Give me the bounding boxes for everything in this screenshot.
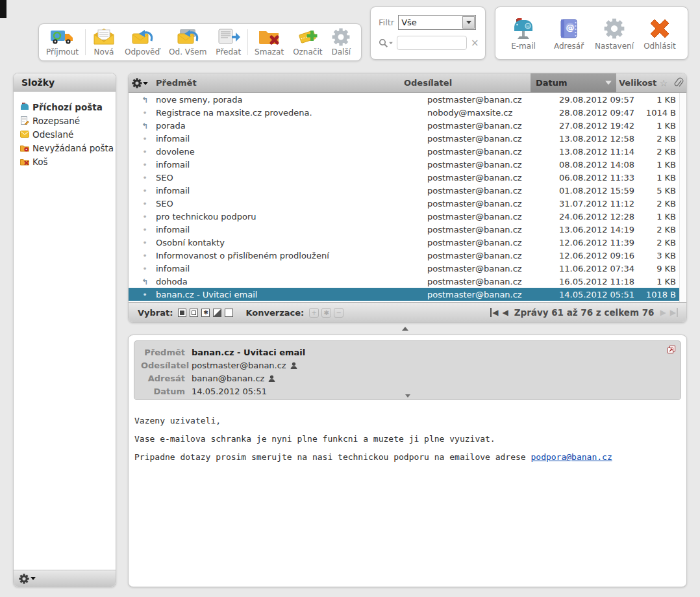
collapse-headers-icon[interactable] — [405, 394, 410, 398]
message-subject: Informovanost o přislíbeném prodloužení — [151, 251, 427, 260]
list-options-button[interactable] — [129, 78, 151, 88]
table-row[interactable]: dovolene postmaster@banan.cz 13.08.2012 … — [129, 145, 680, 158]
folder-label: Rozepsané — [32, 116, 80, 126]
button-label: Předat — [216, 47, 241, 57]
message-sender: postmaster@banan.cz — [427, 290, 554, 299]
message-size: 1014 B — [640, 108, 680, 118]
sidebar-item-junk[interactable]: Nevyžádaná pošta — [19, 141, 112, 155]
message-date: 14.05.2012 05:51 — [554, 290, 640, 299]
search-input[interactable] — [397, 36, 467, 50]
tab-addressbook[interactable]: @ Adresář — [547, 16, 591, 51]
support-email-link[interactable]: podpora@banan.cz — [531, 452, 612, 462]
next-page-button[interactable]: ▶ — [660, 308, 666, 317]
forward-button[interactable]: Předat — [211, 25, 245, 59]
select-unread-button[interactable]: ✱ — [201, 309, 210, 317]
splitter-handle[interactable] — [402, 327, 408, 331]
table-row[interactable]: Osobní kontakty postmaster@banan.cz 12.0… — [129, 236, 680, 249]
column-header-size[interactable]: Velikost — [616, 78, 656, 88]
reply-icon — [131, 27, 154, 46]
reply-all-button[interactable]: Od. Všem — [164, 25, 211, 59]
filter-select[interactable]: Vše — [398, 15, 476, 30]
first-page-button[interactable]: ◀ — [490, 308, 498, 317]
table-row[interactable]: SEO postmaster@banan.cz 06.08.2012 11:33… — [129, 171, 680, 184]
clear-search-icon[interactable]: × — [471, 37, 479, 49]
open-in-new-window-icon[interactable] — [667, 345, 676, 356]
table-row[interactable]: pro technickou podporu postmaster@banan.… — [129, 210, 680, 223]
new-message-button[interactable]: Nová — [88, 25, 120, 59]
prev-page-button[interactable]: ◀ — [502, 308, 508, 317]
message-sender: nobody@maxsite.cz — [427, 108, 554, 118]
add-contact-button[interactable] — [268, 375, 275, 382]
table-row[interactable]: Registrace na maxsite.cz provedena. nobo… — [129, 106, 680, 119]
message-subject: dovolene — [151, 147, 427, 157]
tab-settings[interactable]: Nastavení — [592, 16, 636, 51]
gear-icon — [604, 16, 625, 41]
subject-label: Předmět — [141, 348, 185, 357]
table-row[interactable]: SEO postmaster@banan.cz 31.07.2012 11:12… — [129, 197, 680, 210]
status-icon — [140, 121, 149, 131]
message-date: 12.06.2012 09:16 — [554, 251, 640, 260]
logout-button[interactable]: Odhlásit — [638, 16, 682, 51]
message-body: Vazeny uzivateli, Vase e-mailova schrank… — [129, 405, 686, 462]
select-all-button[interactable] — [178, 309, 186, 317]
select-none-button[interactable] — [225, 309, 233, 317]
message-subject: nove smeny, porada — [151, 95, 427, 105]
status-icon — [140, 277, 149, 286]
select-page-button[interactable] — [190, 309, 198, 317]
delete-button[interactable]: Smazat — [250, 25, 288, 59]
message-sender: postmaster@banan.cz — [427, 238, 554, 248]
column-header-subject[interactable]: Předmět — [151, 78, 404, 88]
table-row[interactable]: dohoda postmaster@banan.cz 16.05.2012 11… — [129, 275, 680, 288]
table-row[interactable]: nove smeny, porada postmaster@banan.cz 2… — [129, 93, 680, 106]
folder-sidebar: Složky Příchozí pošta Rozepsané Odeslané — [13, 73, 116, 587]
list-scrollbar[interactable] — [679, 93, 686, 302]
add-contact-button[interactable] — [290, 362, 297, 369]
tab-email[interactable]: @ E-mail — [501, 16, 545, 51]
mark-button[interactable]: Označit — [288, 25, 327, 59]
select-invert-button[interactable] — [213, 309, 221, 317]
tab-label: Odhlásit — [644, 42, 676, 51]
search-scope-button[interactable] — [379, 38, 394, 48]
preview-subject: banan.cz - Uvitaci email — [192, 348, 305, 357]
table-row[interactable]: porada postmaster@banan.cz 27.08.2012 19… — [129, 119, 680, 132]
table-row[interactable]: infomail postmaster@banan.cz 08.08.2012 … — [129, 158, 680, 171]
tab-label: E-mail — [511, 42, 536, 51]
table-row[interactable]: infomail postmaster@banan.cz 11.06.2012 … — [129, 262, 680, 275]
conversation-expand-icon[interactable]: + — [309, 308, 319, 318]
column-header-attachment[interactable] — [671, 77, 686, 88]
person-icon — [268, 375, 275, 382]
status-icon — [140, 186, 149, 196]
table-row[interactable]: banan.cz - Uvitaci email postmaster@bana… — [129, 288, 680, 301]
sidebar-item-sent[interactable]: Odeslané — [19, 127, 112, 141]
sort-desc-icon — [605, 81, 612, 85]
status-icon — [140, 238, 149, 248]
sidebar-item-drafts[interactable]: Rozepsané — [19, 114, 112, 127]
conversation-collapse-icon[interactable]: − — [334, 308, 344, 318]
table-row[interactable]: infomail postmaster@banan.cz 01.08.2012 … — [129, 184, 680, 197]
check-mail-button[interactable]: Příjmout — [42, 25, 83, 59]
search-icon — [379, 38, 388, 48]
message-sender: postmaster@banan.cz — [427, 199, 554, 209]
message-subject: infomail — [151, 225, 427, 235]
folder-actions-button[interactable] — [19, 574, 36, 584]
sidebar-item-inbox[interactable]: Příchozí pošta — [19, 100, 112, 114]
taskbar: @ E-mail @ Adresář Nastavení Odhlásit — [495, 6, 688, 60]
last-page-button[interactable]: ▶ — [670, 308, 678, 317]
message-sender: postmaster@banan.cz — [427, 277, 554, 286]
column-header-flag[interactable]: ☆ — [656, 78, 671, 88]
message-size: 1 KB — [640, 95, 680, 105]
message-date: 06.08.2012 11:33 — [554, 173, 640, 183]
conversation-unread-icon[interactable]: ✱ — [321, 308, 331, 318]
message-sender: postmaster@banan.cz — [427, 134, 554, 144]
reply-button[interactable]: Odpověď — [120, 25, 164, 59]
table-row[interactable]: infomail postmaster@banan.cz 13.06.2012 … — [129, 223, 680, 236]
table-row[interactable]: infomail postmaster@banan.cz 13.08.2012 … — [129, 132, 680, 145]
svg-text:@: @ — [566, 23, 575, 32]
sidebar-item-trash[interactable]: Koš — [19, 155, 112, 168]
junk-folder-icon — [19, 144, 30, 152]
column-header-sender[interactable]: Odesílatel — [404, 78, 531, 88]
message-date: 16.05.2012 11:18 — [554, 277, 640, 286]
more-actions-button[interactable]: Další — [327, 25, 355, 59]
column-header-date[interactable]: Datum — [531, 73, 616, 92]
table-row[interactable]: Informovanost o přislíbeném prodloužení … — [129, 249, 680, 262]
